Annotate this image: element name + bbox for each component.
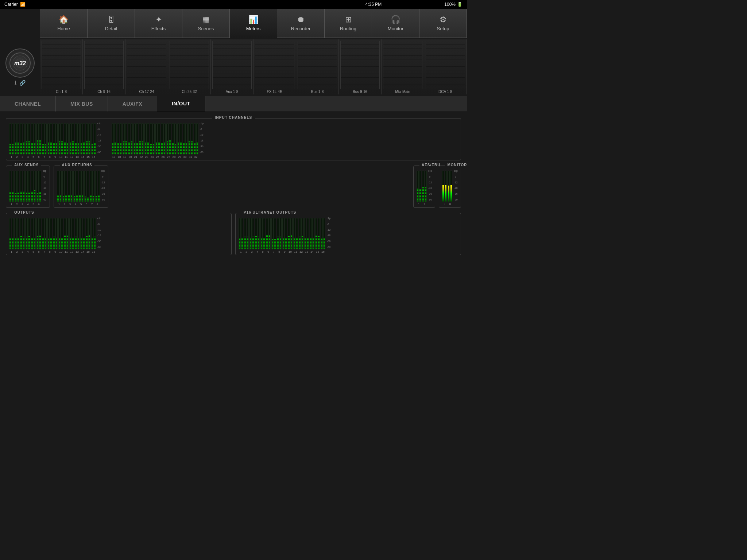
vu-meter: 14	[310, 218, 314, 253]
vu-meter: 10	[58, 218, 63, 253]
aes-ebu-section: AES/EBU 12 clip -6 -12 -18 -36 -60	[413, 166, 436, 208]
vu-meter: 11	[64, 123, 69, 159]
vu-meter: 30	[183, 123, 187, 159]
vu-meter: 3	[20, 171, 25, 206]
vu-meter: 18	[117, 123, 122, 159]
aux-returns-label: AUX RETURNS	[60, 163, 94, 167]
nav-scenes-label: Scenes	[198, 26, 214, 31]
meter-bank-label-mtx-main: Mtx-Main	[395, 90, 410, 94]
vu-meter: 4	[73, 171, 78, 206]
nav-recorder-label: Recorder	[291, 26, 310, 31]
vu-meter: 8	[277, 218, 282, 253]
meter-bank-label-bus1-8: Bus 1-8	[311, 90, 324, 94]
vu-meter: 9	[282, 218, 287, 253]
tab-inout[interactable]: IN/OUT	[157, 96, 205, 112]
vu-meter: 13	[75, 123, 80, 159]
vu-meter: 12	[69, 123, 74, 159]
vu-meter: 3	[20, 123, 25, 159]
vu-meter: 23	[144, 123, 149, 159]
tab-auxfx[interactable]: AUX/FX	[108, 96, 157, 112]
vu-meter: 3	[249, 218, 254, 253]
tab-mixbus[interactable]: MIX BUS	[56, 96, 108, 112]
vu-meter: 8	[47, 123, 52, 159]
vu-meter: 13	[75, 218, 80, 253]
nav-meters-label: Meters	[246, 26, 261, 31]
info-icons: ℹ 🔗	[15, 80, 26, 86]
home-icon: 🏠	[59, 15, 69, 24]
vu-meter: 17	[112, 123, 116, 159]
vu-meter: 1	[9, 123, 14, 159]
vu-meter: 19	[123, 123, 127, 159]
meter-banks: Ch 1-8 Ch 9-16 Ch 17-24 Ch 25-32 Aux 1-8…	[40, 39, 467, 94]
nav-meters[interactable]: 📊 Meters	[230, 9, 277, 38]
vu-meter: 1	[9, 218, 14, 253]
meter-bank-dca1-8[interactable]: DCA 1-8	[424, 39, 467, 94]
nav-effects[interactable]: ✦ Effects	[135, 9, 182, 38]
vu-meter: 13	[304, 218, 309, 253]
ch17-32-meters: 17181920212223242526272829303132 clip -6…	[112, 122, 204, 159]
vu-meter: 16	[91, 123, 96, 159]
tab-bar: CHANNEL MIX BUS AUX/FX IN/OUT	[0, 96, 467, 112]
nav-detail-label: Detail	[105, 26, 117, 31]
nav-monitor[interactable]: 🎧 Monitor	[372, 9, 419, 38]
effects-icon: ✦	[155, 15, 162, 24]
tab-channel[interactable]: CHANNEL	[0, 96, 56, 112]
meter-bank-ch17-24[interactable]: Ch 17-24	[125, 39, 168, 94]
time-display: 4:35 PM	[365, 2, 382, 7]
vu-meter: 4	[26, 171, 30, 206]
vu-meter: 9	[53, 123, 58, 159]
outputs-section: OUTPUTS 12345678910111213141516 clip -6 …	[6, 213, 232, 255]
nav-recorder[interactable]: ⏺ Recorder	[277, 9, 325, 38]
nav-routing[interactable]: ⊞ Routing	[325, 9, 372, 38]
vu-meter: 25	[155, 123, 160, 159]
input-channels-label: INPUT CHANNELS	[212, 116, 255, 120]
meter-bank-bus1-8[interactable]: Bus 1-8	[296, 39, 339, 94]
info-icon[interactable]: ℹ	[15, 80, 16, 86]
tab-mixbus-label: MIX BUS	[70, 101, 93, 107]
tab-inout-label: IN/OUT	[172, 101, 190, 106]
vu-meter: 27	[166, 123, 171, 159]
outputs-label: OUTPUTS	[12, 210, 36, 214]
vu-meter: 11	[293, 218, 298, 253]
vu-meter: 7	[42, 218, 47, 253]
vu-meter: 3	[20, 218, 25, 253]
vu-meter: 16	[91, 218, 96, 253]
vu-meter: 3	[68, 171, 73, 206]
vu-meter: 4	[26, 218, 30, 253]
nav-setup[interactable]: ⚙ Setup	[419, 9, 467, 38]
monitor-section: MONITOR LR clip -6 -12 -18 -36 -60	[439, 166, 461, 208]
vu-meter: 6	[266, 218, 271, 253]
vu-meter: 6	[36, 218, 41, 253]
logo-section: m32 ℹ 🔗	[0, 39, 40, 94]
vu-meter: 31	[188, 123, 193, 159]
meter-bank-ch25-32[interactable]: Ch 25-32	[168, 39, 211, 94]
nav-routing-label: Routing	[340, 26, 356, 31]
vu-meter: 15	[315, 218, 320, 253]
vu-meter: 14	[80, 123, 85, 159]
nav-bar: 🏠 Home 🎛 Detail ✦ Effects ▦ Scenes 📊 Met…	[0, 9, 467, 38]
wifi-icon: 📶	[20, 2, 26, 7]
vu-meter: 2	[15, 218, 19, 253]
meter-bank-fx[interactable]: FX 1L-4R	[253, 39, 296, 94]
vu-meter: 21	[133, 123, 138, 159]
nav-detail[interactable]: 🎛 Detail	[88, 9, 135, 38]
vu-meter: 2	[244, 218, 249, 253]
meter-bank-ch9-16[interactable]: Ch 9-16	[83, 39, 125, 94]
wifi-status-icon: 🔗	[19, 80, 26, 86]
vu-meter: 6	[36, 123, 41, 159]
vu-meter: 2	[15, 171, 19, 206]
meter-bank-bus9-16[interactable]: Bus 9-16	[339, 39, 382, 94]
nav-monitor-label: Monitor	[388, 26, 403, 31]
meter-bank-mtx-main[interactable]: Mtx-Main	[382, 39, 424, 94]
vu-meter: 22	[139, 123, 144, 159]
nav-scenes[interactable]: ▦ Scenes	[182, 9, 230, 38]
meter-bank-ch1-8[interactable]: Ch 1-8	[40, 39, 83, 94]
nav-home[interactable]: 🏠 Home	[40, 9, 88, 38]
app-logo	[0, 9, 40, 38]
meter-bank-aux1-8[interactable]: Aux 1-8	[211, 39, 253, 94]
vu-meter: 1	[57, 171, 62, 206]
vu-meter: 20	[128, 123, 133, 159]
status-bar: Carrier 📶 4:35 PM 100% 🔋	[0, 0, 467, 9]
vu-meter: 2	[422, 171, 427, 206]
vu-meter: L	[442, 171, 447, 206]
